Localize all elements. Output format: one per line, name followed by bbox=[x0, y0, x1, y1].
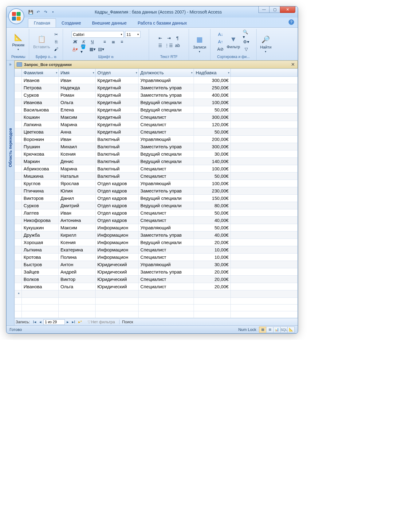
cell[interactable]: Елена bbox=[58, 106, 95, 114]
copy-icon[interactable]: ⎘ bbox=[53, 38, 60, 45]
cell[interactable]: Информацион bbox=[95, 246, 138, 254]
row-selector[interactable] bbox=[15, 224, 22, 231]
row-selector[interactable] bbox=[15, 143, 22, 150]
tab-database-tools[interactable]: Работа с базами данных bbox=[132, 19, 192, 27]
cell[interactable]: 50,00€ bbox=[194, 209, 230, 217]
table-row[interactable]: ПтичкинаЮлияОтдел кадровЗаместитель упра… bbox=[15, 187, 298, 195]
cell[interactable]: Наталья bbox=[58, 173, 95, 180]
pivot-table-view-icon[interactable]: ⊞ bbox=[266, 327, 273, 333]
row-selector[interactable] bbox=[15, 121, 22, 128]
cell[interactable]: Управляющий bbox=[138, 77, 194, 84]
cell[interactable]: Пушкин bbox=[22, 143, 58, 150]
table-row[interactable]: КошкинМаксимКредитныйСпециалист300,00€ bbox=[15, 114, 298, 121]
cell[interactable]: Юлия bbox=[58, 187, 95, 195]
cell[interactable]: 30,00€ bbox=[194, 150, 230, 158]
cell[interactable]: Информацион bbox=[95, 254, 138, 261]
row-selector[interactable] bbox=[15, 239, 22, 246]
cut-icon[interactable]: ✂ bbox=[53, 31, 60, 38]
table-row[interactable]: КротоваПолинаИнформационСпециалист10,00€ bbox=[15, 254, 298, 261]
cell[interactable]: Андрей bbox=[58, 268, 95, 276]
cell[interactable]: Денис bbox=[58, 158, 95, 165]
row-selector[interactable] bbox=[15, 180, 22, 187]
nav-pane-collapsed[interactable]: » Область переходов bbox=[6, 60, 14, 325]
decrease-indent-icon[interactable]: ⇤ bbox=[157, 35, 164, 41]
format-painter-icon[interactable]: 🖌 bbox=[53, 46, 60, 52]
cell[interactable]: 400,00€ bbox=[194, 91, 230, 99]
cell[interactable]: Ольга bbox=[58, 99, 95, 106]
cell[interactable]: Специалист bbox=[138, 128, 194, 136]
cell[interactable]: Анна bbox=[58, 128, 95, 136]
row-selector[interactable] bbox=[15, 209, 22, 217]
object-tab-close-icon[interactable]: ✕ bbox=[291, 62, 295, 67]
row-selector[interactable] bbox=[15, 276, 22, 283]
toggle-filter-icon[interactable]: ▽ bbox=[242, 46, 250, 52]
cell[interactable]: Отдел кадров bbox=[95, 195, 138, 202]
table-row[interactable]: ХорошаяКсенияИнформационВедущий специали… bbox=[15, 239, 298, 246]
table-row[interactable]: СурковРоманКредитныйЗаместитель управ400… bbox=[15, 91, 298, 99]
cell[interactable]: 100,00€ bbox=[194, 165, 230, 173]
cell[interactable]: Виктор bbox=[58, 276, 95, 283]
cell[interactable]: Зайцев bbox=[22, 268, 58, 276]
cell[interactable]: Управляющий bbox=[138, 224, 194, 231]
cell[interactable]: 150,00€ bbox=[194, 195, 230, 202]
cell[interactable]: Валютный bbox=[95, 158, 138, 165]
cell[interactable]: Кошкин bbox=[22, 114, 58, 121]
cell[interactable]: Круглов bbox=[22, 180, 58, 187]
cell[interactable]: Юридический bbox=[95, 261, 138, 268]
cell[interactable]: 20,00€ bbox=[194, 283, 230, 290]
close-button[interactable]: ✕ bbox=[280, 6, 295, 13]
find-button[interactable]: 🔎 Найти▾ bbox=[259, 34, 273, 54]
cell[interactable]: Мишкина bbox=[22, 173, 58, 180]
highlight-icon[interactable]: ab bbox=[174, 42, 181, 49]
column-header[interactable]: Имя▾ bbox=[58, 69, 95, 77]
cell[interactable]: Информацион bbox=[95, 231, 138, 239]
save-icon[interactable]: 💾 bbox=[28, 9, 33, 15]
cell[interactable]: Специалист bbox=[138, 283, 194, 290]
underline-button[interactable]: Ч bbox=[89, 38, 96, 45]
cell[interactable]: 300,00€ bbox=[194, 143, 230, 150]
row-selector[interactable] bbox=[15, 231, 22, 239]
cell[interactable]: Отдел кадров bbox=[95, 202, 138, 209]
table-row[interactable]: АбрикосоваМаринаВалютныйСпециалист100,00… bbox=[15, 165, 298, 173]
cell[interactable]: 20,00€ bbox=[194, 276, 230, 283]
cell[interactable]: Екатерина bbox=[58, 246, 95, 254]
datasheet-view-icon[interactable]: ▦ bbox=[259, 327, 266, 333]
cell[interactable]: Никофорова bbox=[22, 217, 58, 224]
cell[interactable]: Марина bbox=[58, 165, 95, 173]
search-box-label[interactable]: Поиск bbox=[119, 320, 133, 324]
row-selector[interactable] bbox=[15, 246, 22, 254]
select-all-corner[interactable] bbox=[15, 69, 22, 77]
cell[interactable]: 120,00€ bbox=[194, 121, 230, 128]
row-selector[interactable] bbox=[15, 106, 22, 114]
cell[interactable]: 300,00€ bbox=[194, 114, 230, 121]
cell[interactable]: Заместитель управ bbox=[138, 143, 194, 150]
bold-button[interactable]: Ж bbox=[72, 38, 79, 45]
row-selector[interactable] bbox=[15, 114, 22, 121]
font-color-icon[interactable]: A▾ bbox=[72, 46, 79, 52]
cell[interactable]: Специалист bbox=[138, 121, 194, 128]
cell[interactable]: Кротова bbox=[22, 254, 58, 261]
row-selector[interactable] bbox=[15, 77, 22, 84]
row-selector[interactable] bbox=[15, 254, 22, 261]
column-header[interactable]: Надбавка▾ bbox=[194, 69, 230, 77]
cell[interactable]: Ведущий специали bbox=[138, 195, 194, 202]
increase-indent-icon[interactable]: ⇥ bbox=[165, 35, 173, 41]
record-position-input[interactable] bbox=[43, 319, 65, 325]
cell[interactable]: Кредитный bbox=[95, 99, 138, 106]
cell[interactable]: Валютный bbox=[95, 165, 138, 173]
cell[interactable]: Лаптев bbox=[22, 209, 58, 217]
sort-asc-icon[interactable]: A↓ bbox=[217, 31, 224, 38]
table-row[interactable]: ЗайцевАндрейЮридическийЗаместитель управ… bbox=[15, 268, 298, 276]
table-row[interactable]: ВасильковаЕленаКредитныйВедущий специали… bbox=[15, 106, 298, 114]
table-row[interactable]: БыстровАнтонЮридическийУправляющий30,00€ bbox=[15, 261, 298, 268]
new-record-row[interactable] bbox=[15, 290, 298, 298]
cell[interactable]: Кукушкин bbox=[22, 224, 58, 231]
cell[interactable]: Антон bbox=[58, 261, 95, 268]
cell[interactable]: Специалист bbox=[138, 254, 194, 261]
sort-desc-icon[interactable]: A↑ bbox=[217, 38, 224, 45]
row-selector[interactable] bbox=[15, 99, 22, 106]
table-row[interactable]: ИвановаОльгаЮридическийСпециалист20,00€ bbox=[15, 283, 298, 290]
row-selector[interactable] bbox=[15, 173, 22, 180]
row-selector[interactable] bbox=[15, 217, 22, 224]
column-dropdown-icon[interactable]: ▾ bbox=[136, 71, 137, 74]
